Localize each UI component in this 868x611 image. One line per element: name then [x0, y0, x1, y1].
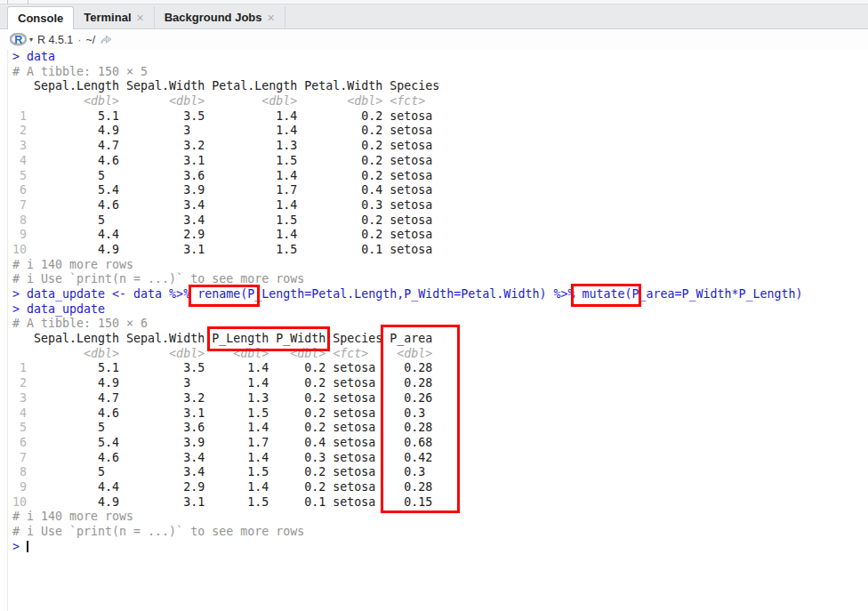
console-line: 10 4.9 3.1 1.5 0.1 setosa 0.15	[12, 495, 868, 511]
console-text: 8	[12, 213, 27, 227]
console-text: > data_update <- data %>% rename(P_Lengt…	[12, 287, 803, 301]
console-line: Sepal.Length Sepal.Width Petal.Length Pe…	[12, 79, 868, 94]
console-line: > data_update <- data %>% rename(P_Lengt…	[12, 287, 868, 302]
console-line: # i 140 more rows	[12, 258, 868, 273]
console-text: 5.1 3.5 1.4 0.2 setosa 0.28	[27, 361, 432, 374]
close-icon[interactable]: ×	[268, 12, 275, 24]
console-text: 4.4 2.9 1.4 0.2 setosa 0.28	[27, 480, 432, 494]
console-text: 5.1 3.5 1.4 0.2 setosa	[27, 109, 439, 123]
console-line: 10 4.9 3.1 1.5 0.1 setosa	[12, 243, 868, 258]
console-text: 9	[12, 228, 27, 241]
console-cursor	[27, 541, 28, 552]
console-text: 5.4 3.9 1.7 0.4 setosa	[27, 183, 439, 197]
console-line: 2 4.9 3 1.4 0.2 setosa	[12, 124, 868, 139]
open-working-dir-icon[interactable]	[100, 34, 113, 45]
console-output[interactable]: > data# A tibble: 150 × 5 Sepal.Length S…	[12, 50, 868, 611]
console-line: 1 5.1 3.5 1.4 0.2 setosa 0.28	[12, 361, 868, 376]
console-text: >	[12, 540, 27, 553]
tab-console[interactable]: Console	[7, 6, 74, 29]
console-text: 4.9 3 1.4 0.2 setosa	[27, 124, 439, 137]
console-text: 4.7 3.2 1.3 0.2 setosa 0.26	[27, 391, 432, 405]
console-line: 3 4.7 3.2 1.3 0.2 setosa	[12, 139, 868, 154]
console-text: <dbl> <dbl> <dbl> <dbl> <fct>	[12, 94, 439, 108]
console-line: > data_update	[12, 302, 868, 318]
console-line: 2 4.9 3 1.4 0.2 setosa 0.28	[12, 376, 868, 391]
close-icon[interactable]: ×	[137, 12, 144, 24]
console-text: 6	[12, 183, 27, 197]
console-text: 4.9 3.1 1.5 0.1 setosa 0.15	[27, 495, 432, 509]
console-text: Sepal.Length Sepal.Width Petal.Length Pe…	[12, 79, 439, 92]
console-left-gutter	[7, 50, 8, 611]
console-line: 5 5 3.6 1.4 0.2 setosa 0.28	[12, 421, 868, 436]
console-text: Sepal.Length Sepal.Width P_Length P_Widt…	[12, 332, 432, 345]
tab-console-label: Console	[18, 12, 63, 25]
console-line: 9 4.4 2.9 1.4 0.2 setosa	[12, 228, 868, 243]
console-text: 10	[12, 495, 27, 509]
console-text: 5 3.6 1.4 0.2 setosa 0.28	[27, 421, 432, 434]
console-text: # i 140 more rows	[12, 258, 133, 271]
console-text: 2	[12, 376, 27, 390]
console-text: 4.6 3.4 1.4 0.3 setosa 0.42	[27, 451, 432, 464]
r-version-label: R 4.5.1	[37, 34, 73, 46]
tab-background-jobs[interactable]: Background Jobs ×	[155, 6, 285, 28]
console-tab-bar: Console Terminal × Background Jobs ×	[0, 4, 868, 29]
console-text: 5.4 3.9 1.7 0.4 setosa 0.68	[27, 436, 432, 449]
console-text: 3	[12, 139, 27, 152]
console-line: 4 4.6 3.1 1.5 0.2 setosa 0.3	[12, 406, 868, 422]
console-text: 4.7 3.2 1.3 0.2 setosa	[27, 139, 439, 152]
console-line: # i Use `print(n = ...)` to see more row…	[12, 525, 868, 540]
console-text: 4.9 3 1.4 0.2 setosa 0.28	[27, 376, 432, 390]
console-line: <dbl> <dbl> <dbl> <dbl> <fct> <dbl>	[12, 347, 868, 362]
console-text: # A tibble: 150 × 6	[12, 317, 148, 330]
console-text: 7	[12, 451, 27, 464]
console-line: 7 4.6 3.4 1.4 0.3 setosa 0.42	[12, 451, 868, 466]
console-text: # A tibble: 150 × 5	[12, 65, 148, 78]
console-text: 3	[12, 391, 27, 405]
console-line: 3 4.7 3.2 1.3 0.2 setosa 0.26	[12, 391, 868, 406]
console-text: 5 3.6 1.4 0.2 setosa	[27, 169, 439, 182]
console-text: 4.9 3.1 1.5 0.1 setosa	[27, 243, 439, 256]
console-text: 9	[12, 480, 27, 494]
chevron-down-icon[interactable]: ▾	[29, 36, 33, 44]
tab-background-jobs-label: Background Jobs	[165, 11, 262, 24]
console-text: 1	[12, 361, 27, 374]
console-text: > data	[12, 50, 55, 63]
console-text: 1	[12, 109, 27, 123]
console-line: # A tibble: 150 × 6	[12, 317, 868, 332]
tab-terminal-label: Terminal	[84, 11, 131, 24]
console-text: 5	[12, 421, 27, 434]
console-text: > data_update	[12, 302, 105, 316]
console-text: 4	[12, 406, 27, 420]
console-line: 9 4.4 2.9 1.4 0.2 setosa 0.28	[12, 480, 868, 495]
console-line: 5 5 3.6 1.4 0.2 setosa	[12, 169, 868, 184]
console-line: # i Use `print(n = ...)` to see more row…	[12, 272, 868, 287]
console-text: 4.6 3.1 1.5 0.2 setosa 0.3	[27, 406, 432, 420]
working-dir-label: ~/	[86, 34, 96, 46]
console-line: Sepal.Length Sepal.Width P_Length P_Widt…	[12, 332, 868, 347]
console-text: 4.4 2.9 1.4 0.2 setosa	[27, 228, 439, 241]
console-line: 1 5.1 3.5 1.4 0.2 setosa	[12, 109, 868, 125]
console-text: 7	[12, 198, 27, 212]
console-text: 4	[12, 154, 27, 167]
tab-terminal[interactable]: Terminal ×	[74, 6, 154, 28]
console-toolbar: R ▾ R 4.5.1 · ~/	[0, 29, 868, 50]
console-line: >	[12, 540, 868, 555]
console-text: 5 3.4 1.5 0.2 setosa	[27, 213, 439, 227]
console-text: 4.6 3.4 1.4 0.3 setosa	[27, 198, 439, 212]
console-text: 6	[12, 436, 27, 449]
r-logo-icon[interactable]: R	[10, 33, 27, 46]
console-line: 4 4.6 3.1 1.5 0.2 setosa	[12, 154, 868, 169]
console-line: > data	[12, 50, 868, 65]
svg-text:R: R	[14, 34, 22, 46]
console-line: <dbl> <dbl> <dbl> <dbl> <fct>	[12, 94, 868, 109]
console-line: # i 140 more rows	[12, 510, 868, 525]
console-text: 5 3.4 1.5 0.2 setosa 0.3	[27, 465, 432, 478]
console-text: 4.6 3.1 1.5 0.2 setosa	[27, 154, 439, 167]
console-line: # A tibble: 150 × 5	[12, 65, 868, 80]
console-text: 2	[12, 124, 27, 137]
console-text: # i Use `print(n = ...)` to see more row…	[12, 272, 304, 285]
console-line: 6 5.4 3.9 1.7 0.4 setosa	[12, 183, 868, 198]
console-text: # i Use `print(n = ...)` to see more row…	[12, 525, 304, 538]
console-text: 8	[12, 465, 27, 478]
separator-dot: ·	[77, 34, 81, 46]
